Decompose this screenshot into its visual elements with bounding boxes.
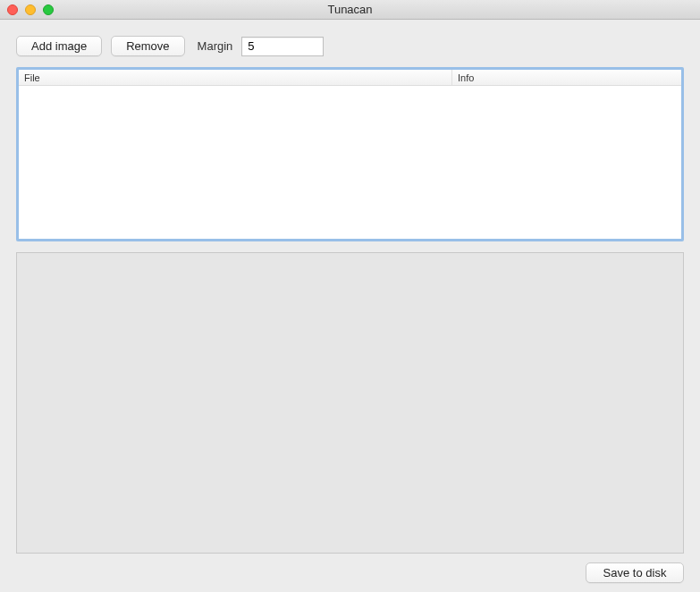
file-table[interactable]: File Info — [16, 67, 684, 241]
minimize-icon[interactable] — [25, 4, 36, 15]
preview-area — [16, 252, 684, 554]
close-icon[interactable] — [7, 4, 18, 15]
titlebar: Tunacan — [0, 0, 700, 20]
maximize-icon[interactable] — [43, 4, 54, 15]
margin-label: Margin — [198, 39, 233, 53]
traffic-lights — [0, 4, 54, 15]
remove-button[interactable]: Remove — [111, 36, 184, 56]
column-header-info[interactable]: Info — [452, 70, 681, 85]
save-to-disk-button[interactable]: Save to disk — [586, 562, 684, 583]
table-body[interactable] — [19, 86, 681, 239]
column-header-file[interactable]: File — [19, 70, 452, 85]
footer: Save to disk — [16, 561, 684, 583]
toolbar: Add image Remove Margin — [16, 36, 684, 56]
table-header: File Info — [19, 70, 681, 86]
add-image-button[interactable]: Add image — [16, 36, 102, 56]
margin-input[interactable] — [241, 37, 324, 56]
window-title: Tunacan — [0, 3, 700, 16]
content-area: Add image Remove Margin File Info Save t… — [0, 20, 700, 592]
